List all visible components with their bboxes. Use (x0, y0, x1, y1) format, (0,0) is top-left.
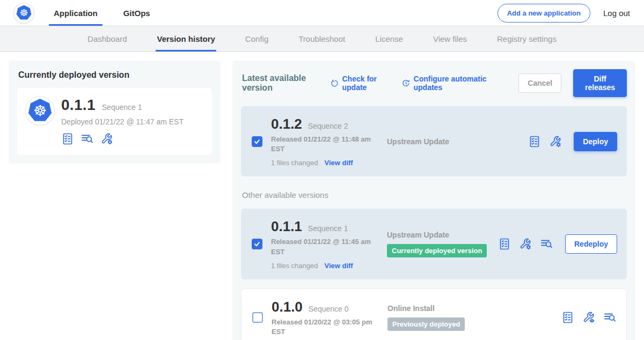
app-subnav: Dashboard Version history Config Trouble… (0, 26, 644, 52)
preflight-checks-icon[interactable] (61, 132, 74, 145)
released-timestamp: Released 01/20/22 @ 03:05 pm EST (272, 317, 377, 337)
previously-deployed-badge: Previously deployed (387, 317, 465, 331)
refresh-icon (331, 78, 339, 88)
subnav-registry-settings[interactable]: Registry settings (496, 26, 558, 51)
deployed-version-info: 0.1.1 Sequence 1 Deployed 01/21/22 @ 11:… (61, 97, 184, 145)
deployed-timestamp: Deployed 01/21/22 @ 11:47 am EST (61, 117, 184, 126)
version-checkbox[interactable] (252, 312, 263, 323)
released-timestamp: Released 01/21/22 @ 11:45 am EST (271, 237, 376, 256)
deployed-panel-title: Currently deployed version (18, 70, 212, 80)
version-number: 0.1.2 (271, 116, 302, 132)
sequence-label: Sequence 0 (309, 305, 349, 313)
view-diff-link[interactable]: View diff (324, 159, 353, 167)
version-source: Upstream Update Currently deployed versi… (384, 231, 498, 257)
view-config-icon[interactable] (582, 311, 595, 324)
currently-deployed-panel: Currently deployed version ☸ 0.1.1 Seque… (9, 61, 221, 164)
tab-application[interactable]: Application (49, 0, 103, 26)
edit-config-icon[interactable] (100, 132, 113, 145)
view-logs-icon[interactable] (603, 311, 617, 324)
deployed-version-number: 0.1.1 (61, 97, 96, 114)
version-source: Upstream Update (384, 137, 528, 146)
check-for-update-link[interactable]: Check for update (331, 75, 390, 92)
version-row-0-1-0: 0.1.0 Sequence 0 Released 01/20/22 @ 03:… (241, 289, 627, 340)
source-label: Online Install (387, 304, 561, 313)
version-row-0-1-1: 0.1.1 Sequence 1 Released 01/21/22 @ 11:… (241, 209, 627, 279)
subnav-license[interactable]: License (374, 26, 404, 51)
edit-config-icon[interactable] (549, 135, 562, 148)
preflight-checks-icon[interactable] (528, 135, 541, 148)
kubernetes-app-icon: ☸ (26, 97, 54, 125)
version-checkbox[interactable] (252, 239, 262, 249)
version-row-0-1-2: 0.1.2 Sequence 2 Released 01/21/22 @ 11:… (241, 106, 627, 176)
preflight-checks-icon[interactable] (561, 311, 574, 324)
source-label: Upstream Update (387, 231, 498, 239)
version-history-panel: Latest available version Check for updat… (232, 61, 635, 340)
version-checkbox[interactable] (252, 136, 262, 147)
source-label: Upstream Update (387, 137, 528, 146)
tab-gitops[interactable]: GitOps (119, 0, 155, 26)
version-info: 0.1.1 Sequence 1 Released 01/21/22 @ 11:… (271, 218, 384, 269)
logout-button[interactable]: Log out (603, 9, 630, 18)
redeploy-button[interactable]: Redeploy (565, 234, 617, 254)
app-logo: ☸ (14, 0, 34, 26)
version-number: 0.1.0 (272, 299, 303, 315)
cancel-button[interactable]: Cancel (518, 73, 561, 93)
subnav-troubleshoot[interactable]: Troubleshoot (297, 26, 346, 51)
released-timestamp: Released 01/21/22 @ 11:48 am EST (271, 135, 376, 154)
edit-config-icon[interactable] (519, 238, 532, 250)
version-actions: Deploy (528, 132, 617, 151)
subnav-config[interactable]: Config (244, 26, 269, 51)
sequence-label: Sequence 2 (308, 122, 348, 130)
version-info: 0.1.2 Sequence 2 Released 01/21/22 @ 11:… (271, 116, 384, 167)
top-nav-tabs: Application GitOps (49, 0, 155, 26)
version-number: 0.1.1 (271, 218, 302, 235)
files-changed-label: 1 files changed (271, 262, 318, 270)
subnav-view-files[interactable]: View files (432, 26, 468, 51)
deployed-sequence-label: Sequence 1 (102, 103, 142, 112)
add-application-button[interactable]: Add a new application (497, 4, 590, 23)
latest-version-title: Latest available version (242, 73, 319, 93)
version-info: 0.1.0 Sequence 0 Released 01/20/22 @ 03:… (272, 299, 384, 337)
deploy-button[interactable]: Deploy (574, 132, 617, 151)
top-nav: ☸ Application GitOps Add a new applicati… (0, 0, 644, 26)
diff-releases-button[interactable]: Diff releases (573, 69, 627, 97)
configure-automatic-updates-link[interactable]: Configure automatic updates (402, 75, 495, 92)
other-versions-title: Other available versions (242, 190, 626, 199)
top-nav-right: Add a new application Log out (497, 0, 630, 26)
version-source: Online Install Previously deployed (384, 304, 561, 331)
subnav-version-history[interactable]: Version history (156, 26, 216, 51)
subnav-dashboard[interactable]: Dashboard (86, 26, 128, 51)
view-diff-link[interactable]: View diff (324, 262, 353, 270)
currently-deployed-badge: Currently deployed version (387, 244, 487, 257)
latest-version-header: Latest available version Check for updat… (241, 69, 627, 97)
kubernetes-logo-icon: ☸ (14, 3, 34, 23)
preflight-checks-icon[interactable] (498, 238, 511, 250)
clock-refresh-icon (402, 78, 410, 88)
deployed-version-card: ☸ 0.1.1 Sequence 1 Deployed 01/21/22 @ 1… (17, 88, 212, 155)
version-actions (561, 311, 617, 324)
main-content: Currently deployed version ☸ 0.1.1 Seque… (0, 52, 644, 340)
version-actions: Redeploy (498, 234, 617, 254)
view-logs-icon[interactable] (80, 132, 94, 145)
view-logs-icon[interactable] (540, 238, 553, 250)
sequence-label: Sequence 1 (308, 224, 348, 233)
files-changed-label: 1 files changed (271, 159, 318, 167)
